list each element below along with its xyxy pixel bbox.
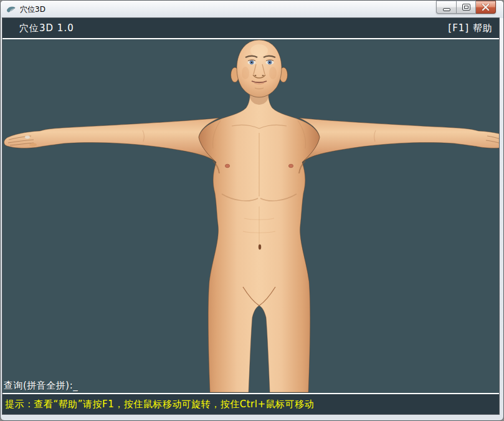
3d-viewport[interactable]: 查询(拼音全拼):_ bbox=[2, 39, 499, 393]
head bbox=[231, 40, 288, 97]
close-button[interactable] bbox=[476, 1, 496, 14]
left-arm bbox=[4, 118, 220, 162]
titlebar[interactable]: 穴位3D bbox=[1, 1, 503, 18]
right-arm bbox=[299, 118, 499, 162]
query-input-line[interactable]: 查询(拼音全拼):_ bbox=[4, 380, 78, 392]
window-title: 穴位3D bbox=[20, 1, 45, 18]
hint-text: 提示：查看“帮助”请按F1，按住鼠标移动可旋转，按住Ctrl+鼠标可移动 bbox=[5, 399, 314, 410]
client-area: 穴位3D 1.0 [F1] 帮助 bbox=[2, 18, 499, 414]
window-controls bbox=[436, 1, 496, 14]
maximize-button[interactable] bbox=[456, 1, 476, 14]
maximize-icon bbox=[462, 4, 470, 11]
acupoint-app-icon bbox=[6, 4, 16, 14]
minimize-icon bbox=[443, 8, 450, 11]
close-icon bbox=[482, 4, 490, 11]
minimize-button[interactable] bbox=[436, 1, 456, 14]
app-version-label: 穴位3D 1.0 bbox=[19, 22, 74, 34]
torso-and-legs bbox=[199, 90, 320, 392]
header-bar: 穴位3D 1.0 [F1] 帮助 bbox=[2, 18, 499, 38]
hint-bar: 提示：查看“帮助”请按F1，按住鼠标移动可旋转，按住Ctrl+鼠标可移动 bbox=[2, 394, 499, 414]
human-model-3d[interactable] bbox=[2, 39, 499, 393]
app-window: 穴位3D 穴位3D 1.0 [F1] 帮助 bbox=[0, 0, 504, 421]
help-shortcut-label: [F1] 帮助 bbox=[448, 22, 493, 34]
